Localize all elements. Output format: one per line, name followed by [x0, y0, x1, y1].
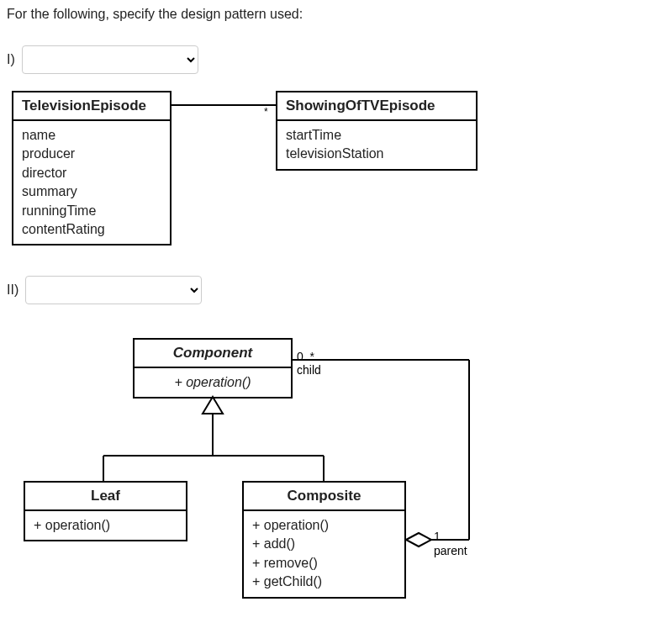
uml-body-leaf: + operation() — [25, 511, 186, 540]
generalization-arrowhead-icon — [203, 397, 223, 414]
op: + operation() — [252, 516, 396, 535]
part-two-label: II) — [7, 282, 18, 298]
uml-title-composite: Composite — [244, 483, 404, 511]
aggregation-diamond-icon — [406, 533, 431, 546]
uml-box-composite: Composite + operation() + add() + remove… — [242, 481, 406, 599]
uml-title-component: Component — [135, 340, 291, 368]
op: + operation() — [143, 373, 282, 392]
assoc-multiplicity: * — [264, 106, 268, 118]
part-one-label: I) — [7, 52, 15, 67]
uml-body-television-episode: name producer director summary runningTi… — [13, 121, 170, 244]
op: + operation() — [34, 516, 177, 535]
part-one-select[interactable] — [22, 45, 198, 74]
attr: runningTime — [22, 202, 161, 220]
uml-box-component: Component + operation() — [133, 338, 293, 399]
question-prompt: For the following, specify the design pa… — [7, 7, 658, 22]
part-one-row: I) — [7, 45, 658, 74]
attr: startTime — [286, 126, 467, 145]
op: + add() — [252, 535, 396, 553]
uml-box-television-episode: TelevisionEpisode name producer director… — [12, 91, 172, 245]
uml-body-component: + operation() — [135, 368, 291, 397]
part-two-row: II) — [7, 276, 658, 304]
uml-box-showing: ShowingOfTVEpisode startTime televisionS… — [276, 91, 478, 171]
child-role: child — [297, 363, 321, 377]
uml-body-composite: + operation() + add() + remove() + getCh… — [244, 511, 404, 597]
attr: name — [22, 126, 161, 145]
uml-title-leaf: Leaf — [25, 483, 186, 511]
attr: televisionStation — [286, 145, 467, 163]
parent-role: parent — [434, 544, 467, 557]
attr: director — [22, 164, 161, 182]
attr: producer — [22, 145, 161, 163]
diagram-two: Component + operation() Leaf + operation… — [7, 338, 658, 644]
part-two-select[interactable] — [25, 276, 202, 304]
attr: contentRating — [22, 220, 161, 239]
parent-multiplicity: 1 — [434, 530, 441, 543]
child-multiplicity: 0..* — [297, 350, 314, 363]
uml-box-leaf: Leaf + operation() — [24, 481, 187, 541]
diagram-one: TelevisionEpisode name producer director… — [7, 91, 658, 267]
uml-title-television-episode: TelevisionEpisode — [13, 92, 170, 121]
attr: summary — [22, 182, 161, 201]
op: + getChild() — [252, 573, 396, 591]
uml-body-showing: startTime televisionStation — [277, 121, 476, 169]
assoc-line — [172, 104, 276, 106]
uml-title-showing: ShowingOfTVEpisode — [277, 92, 476, 121]
op: + remove() — [252, 554, 396, 573]
